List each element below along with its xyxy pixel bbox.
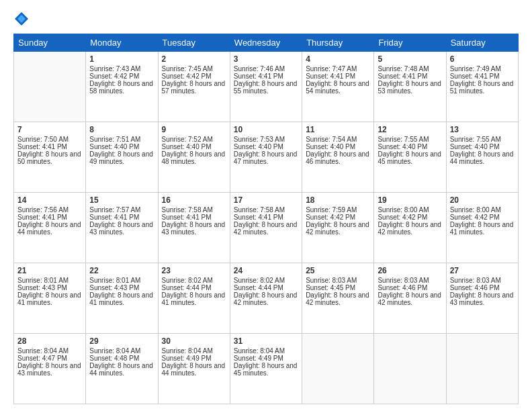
calendar-cell: 13Sunrise: 7:55 AMSunset: 4:40 PMDayligh…: [446, 122, 518, 193]
sunrise-text: Sunrise: 7:51 AM: [89, 136, 154, 143]
sunrise-text: Sunrise: 7:52 AM: [162, 136, 226, 143]
sunset-text: Sunset: 4:40 PM: [89, 143, 154, 150]
daylight-text: Daylight: 8 hours and 54 minutes.: [306, 80, 370, 95]
calendar-cell: 6Sunrise: 7:49 AMSunset: 4:41 PMDaylight…: [446, 52, 518, 122]
day-number: 25: [306, 266, 370, 275]
sunset-text: Sunset: 4:47 PM: [17, 355, 82, 362]
day-header-thursday: Thursday: [302, 34, 374, 52]
sunset-text: Sunset: 4:42 PM: [162, 73, 226, 80]
sunrise-text: Sunrise: 7:48 AM: [378, 65, 442, 73]
sunset-text: Sunset: 4:40 PM: [234, 143, 298, 150]
sunrise-text: Sunrise: 8:03 AM: [378, 277, 442, 284]
calendar-cell: 24Sunrise: 8:02 AMSunset: 4:44 PMDayligh…: [230, 263, 302, 334]
sunrise-text: Sunrise: 7:45 AM: [162, 65, 226, 73]
calendar-cell: 3Sunrise: 7:46 AMSunset: 4:41 PMDaylight…: [230, 52, 302, 122]
sunset-text: Sunset: 4:43 PM: [17, 284, 82, 291]
daylight-text: Daylight: 8 hours and 42 minutes.: [234, 291, 298, 306]
sunrise-text: Sunrise: 7:53 AM: [234, 136, 298, 143]
sunrise-text: Sunrise: 7:49 AM: [450, 65, 515, 73]
calendar-cell: 31Sunrise: 8:04 AMSunset: 4:49 PMDayligh…: [230, 334, 302, 404]
sunset-text: Sunset: 4:41 PM: [89, 214, 154, 221]
daylight-text: Daylight: 8 hours and 41 minutes.: [450, 221, 515, 236]
sunset-text: Sunset: 4:49 PM: [162, 355, 226, 362]
sunset-text: Sunset: 4:41 PM: [17, 143, 82, 150]
daylight-text: Daylight: 8 hours and 42 minutes.: [378, 291, 442, 306]
sunrise-text: Sunrise: 7:46 AM: [234, 65, 298, 73]
sunrise-text: Sunrise: 7:57 AM: [89, 206, 154, 214]
day-number: 26: [378, 266, 442, 275]
day-number: 2: [162, 54, 226, 64]
sunrise-text: Sunrise: 7:55 AM: [450, 136, 515, 143]
daylight-text: Daylight: 8 hours and 53 minutes.: [378, 80, 442, 95]
day-number: 8: [89, 125, 154, 134]
day-number: 6: [450, 54, 515, 64]
sunset-text: Sunset: 4:40 PM: [306, 143, 370, 150]
sunrise-text: Sunrise: 7:59 AM: [306, 206, 370, 214]
sunset-text: Sunset: 4:44 PM: [162, 284, 226, 291]
sunset-text: Sunset: 4:42 PM: [306, 214, 370, 221]
logo: [13, 11, 32, 27]
day-number: 1: [89, 54, 154, 64]
day-number: 17: [234, 195, 298, 205]
day-number: 3: [234, 54, 298, 64]
calendar-header-row: SundayMondayTuesdayWednesdayThursdayFrid…: [14, 34, 519, 52]
sunrise-text: Sunrise: 8:00 AM: [378, 206, 442, 214]
sunrise-text: Sunrise: 8:02 AM: [162, 277, 226, 284]
sunrise-text: Sunrise: 7:43 AM: [89, 65, 154, 73]
calendar-cell: 18Sunrise: 7:59 AMSunset: 4:42 PMDayligh…: [302, 193, 374, 263]
calendar-cell: 26Sunrise: 8:03 AMSunset: 4:46 PMDayligh…: [374, 263, 446, 334]
calendar-cell: 11Sunrise: 7:54 AMSunset: 4:40 PMDayligh…: [302, 122, 374, 193]
daylight-text: Daylight: 8 hours and 45 minutes.: [378, 150, 442, 165]
calendar-cell: 30Sunrise: 8:04 AMSunset: 4:49 PMDayligh…: [158, 334, 230, 404]
week-row-3: 21Sunrise: 8:01 AMSunset: 4:43 PMDayligh…: [14, 263, 519, 334]
daylight-text: Daylight: 8 hours and 42 minutes.: [306, 221, 370, 236]
sunset-text: Sunset: 4:41 PM: [306, 73, 370, 80]
day-header-monday: Monday: [86, 34, 158, 52]
calendar-cell: 5Sunrise: 7:48 AMSunset: 4:41 PMDaylight…: [374, 52, 446, 122]
sunrise-text: Sunrise: 8:01 AM: [89, 277, 154, 284]
sunset-text: Sunset: 4:42 PM: [89, 73, 154, 80]
daylight-text: Daylight: 8 hours and 45 minutes.: [234, 362, 298, 377]
calendar-cell: 23Sunrise: 8:02 AMSunset: 4:44 PMDayligh…: [158, 263, 230, 334]
sunrise-text: Sunrise: 8:01 AM: [17, 277, 82, 284]
daylight-text: Daylight: 8 hours and 41 minutes.: [162, 291, 226, 306]
sunset-text: Sunset: 4:42 PM: [450, 214, 515, 221]
calendar-table: SundayMondayTuesdayWednesdayThursdayFrid…: [13, 34, 519, 404]
calendar-cell: 27Sunrise: 8:03 AMSunset: 4:46 PMDayligh…: [446, 263, 518, 334]
sunset-text: Sunset: 4:49 PM: [234, 355, 298, 362]
sunrise-text: Sunrise: 8:03 AM: [450, 277, 515, 284]
day-number: 24: [234, 266, 298, 275]
day-number: 20: [450, 195, 515, 205]
day-number: 27: [450, 266, 515, 275]
sunset-text: Sunset: 4:40 PM: [378, 143, 442, 150]
day-number: 13: [450, 125, 515, 134]
day-number: 12: [378, 125, 442, 134]
calendar-cell: 19Sunrise: 8:00 AMSunset: 4:42 PMDayligh…: [374, 193, 446, 263]
day-number: 4: [306, 54, 370, 64]
sunrise-text: Sunrise: 8:02 AM: [234, 277, 298, 284]
sunset-text: Sunset: 4:41 PM: [17, 214, 82, 221]
calendar-cell: 29Sunrise: 8:04 AMSunset: 4:48 PMDayligh…: [86, 334, 158, 404]
daylight-text: Daylight: 8 hours and 42 minutes.: [234, 221, 298, 236]
day-number: 19: [378, 195, 442, 205]
daylight-text: Daylight: 8 hours and 47 minutes.: [234, 150, 298, 165]
sunset-text: Sunset: 4:43 PM: [89, 284, 154, 291]
sunrise-text: Sunrise: 7:58 AM: [234, 206, 298, 214]
daylight-text: Daylight: 8 hours and 43 minutes.: [450, 291, 515, 306]
daylight-text: Daylight: 8 hours and 50 minutes.: [17, 150, 82, 165]
day-number: 9: [162, 125, 226, 134]
daylight-text: Daylight: 8 hours and 44 minutes.: [89, 362, 154, 377]
calendar-cell: [446, 334, 518, 404]
daylight-text: Daylight: 8 hours and 43 minutes.: [17, 362, 82, 377]
day-number: 23: [162, 266, 226, 275]
calendar-cell: 17Sunrise: 7:58 AMSunset: 4:41 PMDayligh…: [230, 193, 302, 263]
calendar-cell: [302, 334, 374, 404]
day-number: 31: [234, 336, 298, 346]
daylight-text: Daylight: 8 hours and 46 minutes.: [306, 150, 370, 165]
calendar-cell: [374, 334, 446, 404]
sunrise-text: Sunrise: 7:56 AM: [17, 206, 82, 214]
calendar-cell: 7Sunrise: 7:50 AMSunset: 4:41 PMDaylight…: [14, 122, 86, 193]
week-row-2: 14Sunrise: 7:56 AMSunset: 4:41 PMDayligh…: [14, 193, 519, 263]
sunrise-text: Sunrise: 7:55 AM: [378, 136, 442, 143]
sunset-text: Sunset: 4:41 PM: [234, 214, 298, 221]
